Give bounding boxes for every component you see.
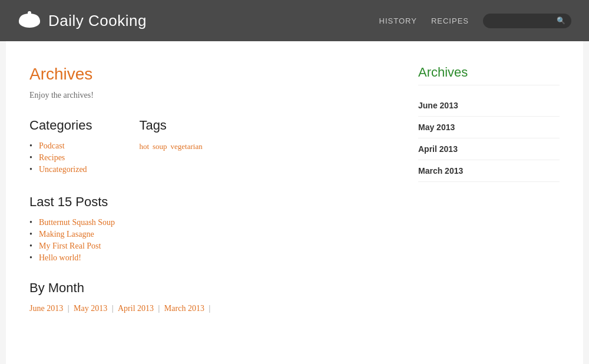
tags-list: hotsoupvegetarian [139, 141, 206, 151]
tag-link[interactable]: vegetarian [171, 142, 203, 151]
categories-section: Categories PodcastRecipesUncategorized [29, 118, 92, 177]
by-month-section: By Month June 2013 | May 2013 | April 20… [29, 280, 395, 313]
page-heading: Archives [29, 65, 395, 84]
post-link[interactable]: Making Lasagne [39, 230, 94, 239]
header-nav: HISTORY RECIPES 🔍 [379, 14, 571, 28]
categories-list: PodcastRecipesUncategorized [29, 141, 92, 174]
categories-heading: Categories [29, 118, 92, 133]
post-item: Butternut Squash Soup [29, 218, 395, 227]
month-link[interactable]: May 2013 [74, 304, 107, 313]
site-title: Daily Cooking [48, 12, 147, 30]
search-icon[interactable]: 🔍 [557, 16, 565, 25]
post-link[interactable]: My First Real Post [39, 241, 101, 250]
tags-heading: Tags [139, 118, 206, 133]
category-item: Podcast [29, 141, 92, 151]
post-item: Making Lasagne [29, 230, 395, 239]
svg-rect-3 [29, 11, 31, 14]
categories-tags-section: Categories PodcastRecipesUncategorized T… [29, 118, 395, 177]
sidebar-archive-link[interactable]: April 2013 [418, 144, 458, 154]
page-desc: Enjoy the archives! [29, 91, 395, 100]
main-wrapper: Archives Enjoy the archives! Categories … [6, 41, 583, 364]
sidebar-archives-list: June 2013May 2013April 2013March 2013 [418, 95, 560, 182]
sidebar: Archives June 2013May 2013April 2013Marc… [418, 65, 560, 329]
category-item: Recipes [29, 153, 92, 163]
month-link[interactable]: April 2013 [118, 304, 154, 313]
post-link[interactable]: Hello world! [39, 253, 81, 262]
post-link[interactable]: Butternut Squash Soup [39, 218, 115, 227]
month-link[interactable]: June 2013 [29, 304, 63, 313]
sidebar-archive-link[interactable]: June 2013 [418, 101, 458, 110]
header-left: Daily Cooking [18, 9, 147, 33]
header: Daily Cooking HISTORY RECIPES 🔍 [0, 0, 589, 41]
last-posts-heading: Last 15 Posts [29, 194, 395, 210]
by-month-links: June 2013 | May 2013 | April 2013 | Marc… [29, 304, 395, 313]
post-item: My First Real Post [29, 241, 395, 251]
tags-section: Tags hotsoupvegetarian [139, 118, 206, 177]
by-month-heading: By Month [29, 280, 395, 296]
sidebar-archive-item: April 2013 [418, 138, 560, 160]
category-link[interactable]: Uncategorized [39, 165, 87, 174]
sidebar-heading: Archives [418, 65, 560, 85]
search-wrapper: 🔍 [483, 14, 571, 28]
post-item: Hello world! [29, 253, 395, 263]
month-separator: | [207, 304, 210, 313]
sidebar-archive-link[interactable]: May 2013 [418, 123, 455, 132]
category-link[interactable]: Podcast [39, 141, 65, 150]
category-link[interactable]: Recipes [39, 153, 65, 162]
nav-recipes[interactable]: RECIPES [431, 16, 469, 25]
nav-history[interactable]: HISTORY [379, 16, 417, 25]
last-posts-section: Last 15 Posts Butternut Squash SoupMakin… [29, 194, 395, 263]
svg-rect-1 [20, 22, 39, 24]
month-separator: | [110, 304, 115, 313]
posts-list: Butternut Squash SoupMaking LasagneMy Fi… [29, 218, 395, 263]
sidebar-archive-item: June 2013 [418, 95, 560, 117]
tag-link[interactable]: soup [153, 142, 167, 151]
sidebar-archive-link[interactable]: March 2013 [418, 166, 463, 176]
sidebar-archive-item: March 2013 [418, 160, 560, 182]
tag-link[interactable]: hot [139, 142, 149, 151]
month-link[interactable]: March 2013 [164, 304, 204, 313]
month-separator: | [65, 304, 71, 313]
content-area: Archives Enjoy the archives! Categories … [29, 65, 395, 329]
month-separator: | [156, 304, 162, 313]
logo-icon [18, 9, 41, 33]
sidebar-archive-item: May 2013 [418, 117, 560, 138]
category-item: Uncategorized [29, 165, 92, 174]
